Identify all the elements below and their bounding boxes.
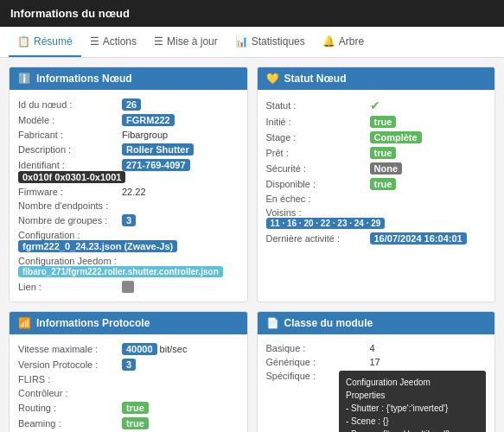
row-initie: Initié : true — [266, 114, 487, 130]
row-lien: Lien : — [18, 279, 239, 295]
info-noeud-header: Informations Nœud — [36, 73, 132, 85]
row-config: Configuration : fgrm222_0_24.23.json (Zw… — [18, 228, 239, 254]
statut-noeud-card: 💛 Statut Nœud Statut : ✔ Initié : true S… — [257, 67, 496, 302]
row-controleur: Contrôleur : — [18, 386, 239, 400]
maj-icon: ☰ — [154, 35, 163, 48]
config-tooltip: Configuration Jeedom Properties - Shutte… — [339, 371, 486, 432]
row-en-echec: En échec : — [266, 192, 487, 206]
row-statut: Statut : ✔ — [266, 97, 487, 114]
row-routing: Routing : true — [18, 400, 239, 416]
row-beaming: Beaming : true — [18, 416, 239, 431]
info-protocole-card: 📶 Informations Protocole Vitesse maximal… — [9, 311, 248, 432]
row-firmware: Firmware : 22.22 — [18, 185, 239, 199]
row-vitesse: Vitesse maximale : 40000 bit/sec — [18, 341, 239, 357]
nav-item-maj[interactable]: ☰ Mise à jour — [145, 27, 226, 57]
row-description: Description : Roller Shutter — [18, 142, 239, 157]
row-pret: Prêt : true — [266, 145, 487, 161]
arbre-icon: 🔔 — [322, 35, 335, 48]
row-securite: Sécurité : None — [266, 161, 487, 176]
row-disponible: Disponible : true — [266, 176, 487, 192]
row-flirs: FLIRS : — [18, 372, 239, 386]
classe-module-card: 📄 Classe du module Basique : 4 Générique… — [257, 311, 496, 432]
row-fabricant: Fabricant : Fibargroup — [18, 128, 239, 142]
row-identifiant: Identifiant : 271-769-4097 0x010f 0x0301… — [18, 157, 239, 185]
nav-bar: 📋 Résumé ☰ Actions ☰ Mise à jour 📊 Stati… — [0, 27, 504, 58]
nav-item-stats[interactable]: 📊 Statistiques — [226, 27, 314, 57]
nav-item-arbre[interactable]: 🔔 Arbre — [314, 27, 373, 57]
resume-icon: 📋 — [17, 35, 30, 48]
row-endpoints: Nombre d'endpoints : — [18, 199, 239, 213]
row-modele: Modèle : FGRM222 — [18, 112, 239, 128]
nav-item-actions[interactable]: ☰ Actions — [81, 27, 145, 57]
row-version-protocole: Version Protocole : 3 — [18, 357, 239, 372]
row-basique: Basique : 4 — [266, 341, 487, 355]
classe-icon: 📄 — [266, 317, 279, 329]
row-groupes: Nombre de groupes : 3 — [18, 213, 239, 228]
statut-icon: 💛 — [266, 73, 279, 85]
title-bar: Informations du nœud — [0, 0, 504, 27]
row-id-noeud: Id du nœud : 26 — [18, 97, 239, 112]
info-noeud-card: ℹ️ Informations Nœud Id du nœud : 26 Mod… — [9, 67, 248, 302]
nav-item-resume[interactable]: 📋 Résumé — [9, 27, 81, 57]
lien-icon[interactable] — [122, 281, 134, 293]
statut-header: Statut Nœud — [284, 73, 347, 85]
row-voisins: Voisins : 11 · 16 · 20 · 22 · 23 · 24 · … — [266, 206, 487, 231]
row-stage: Stage : Complète — [266, 130, 487, 145]
classe-header: Classe du module — [284, 317, 373, 329]
row-config-jeedom: Configuration Jeedom : fibaro_271/fgrm22… — [18, 254, 239, 279]
row-generique: Générique : 17 — [266, 355, 487, 369]
protocole-header: Informations Protocole — [36, 317, 150, 329]
info-noeud-icon: ℹ️ — [18, 73, 31, 85]
actions-icon: ☰ — [90, 35, 99, 48]
title-bar-label: Informations du nœud — [10, 7, 130, 20]
stats-icon: 📊 — [235, 35, 248, 48]
row-derniere-activite: Dernière activité : 16/07/2024 16:04:01 — [266, 231, 487, 246]
protocole-icon: 📶 — [18, 317, 31, 329]
